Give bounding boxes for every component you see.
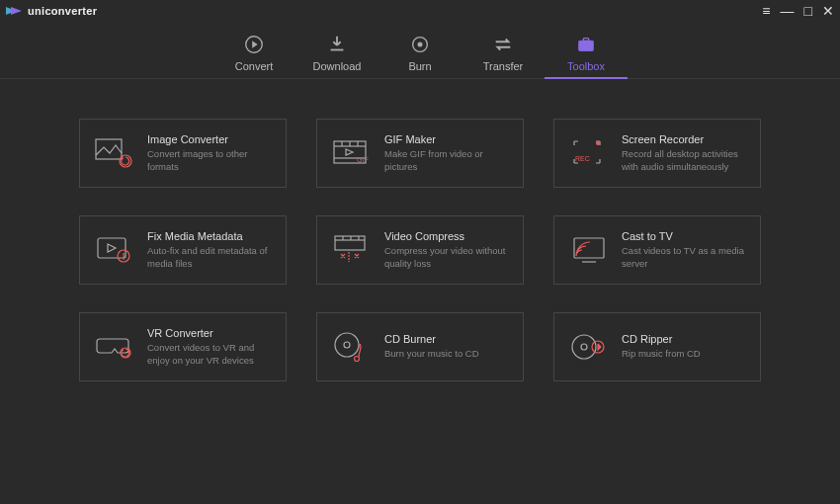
nav-transfer[interactable]: Transfer (462, 33, 545, 78)
burn-icon (409, 33, 431, 56)
tool-screen-recorder[interactable]: REC Screen Recorder Record all desktop a… (553, 119, 761, 188)
tool-desc: Convert images to other formats (147, 148, 272, 173)
svg-rect-7 (579, 41, 594, 50)
gif-maker-icon: GIF (331, 132, 373, 174)
transfer-icon (492, 33, 514, 56)
app-logo-icon (6, 5, 22, 17)
toolbox-panel: Image Converter Convert images to other … (0, 79, 840, 381)
close-button[interactable]: ✕ (822, 4, 834, 18)
svg-point-39 (355, 357, 360, 362)
svg-point-26 (123, 258, 125, 260)
svg-point-37 (335, 333, 359, 357)
tool-grid: Image Converter Convert images to other … (79, 119, 761, 381)
tool-text: VR Converter Convert videos to VR and en… (147, 327, 272, 367)
tool-title: Cast to TV (622, 230, 746, 242)
tool-text: CD Ripper Rip music from CD (622, 333, 746, 360)
tool-text: Image Converter Convert images to other … (147, 133, 272, 173)
tool-desc: Convert videos to VR and enjoy on your V… (147, 342, 272, 367)
tool-text: Video Compress Compress your video witho… (384, 230, 509, 270)
nav-label: Download (313, 60, 362, 72)
svg-point-20 (596, 141, 600, 145)
titlebar: uniconverter ≡ — □ ✕ (0, 0, 840, 22)
toolbox-icon (575, 33, 597, 56)
tool-gif-maker[interactable]: GIF GIF Maker Make GIF from video or pic… (316, 119, 524, 188)
svg-rect-8 (583, 39, 589, 42)
nav-burn[interactable]: Burn (378, 33, 462, 78)
svg-marker-18 (346, 149, 353, 155)
tool-title: CD Burner (384, 333, 509, 345)
nav-active-indicator (545, 77, 628, 79)
tool-desc: Burn your music to CD (384, 348, 509, 360)
tool-text: Fix Media Metadata Auto-fix and edit met… (147, 230, 272, 270)
nav-label: Convert (235, 60, 274, 72)
nav-label: Toolbox (567, 60, 605, 72)
svg-rect-27 (335, 236, 365, 250)
cd-ripper-icon (568, 326, 610, 368)
tool-desc: Make GIF from video or pictures (384, 148, 509, 173)
tool-video-compress[interactable]: Video Compress Compress your video witho… (316, 215, 524, 285)
tool-title: Fix Media Metadata (147, 230, 272, 242)
app-brand: uniconverter (6, 5, 97, 17)
vr-converter-icon (94, 326, 135, 368)
svg-rect-9 (96, 139, 122, 159)
tool-text: GIF Maker Make GIF from video or picture… (384, 133, 509, 173)
window-controls: ≡ — □ ✕ (762, 4, 834, 18)
nav-toolbox[interactable]: Toolbox (545, 33, 628, 78)
svg-text:REC: REC (575, 155, 590, 162)
tool-title: Video Compress (384, 230, 509, 242)
svg-text:GIF: GIF (357, 156, 369, 163)
svg-rect-4 (331, 49, 344, 51)
nav-label: Transfer (483, 60, 524, 72)
menu-icon[interactable]: ≡ (762, 4, 770, 18)
minimize-button[interactable]: — (781, 4, 795, 18)
app-name: uniconverter (28, 5, 97, 17)
tool-title: Image Converter (147, 133, 272, 145)
tool-vr-converter[interactable]: VR Converter Convert videos to VR and en… (79, 312, 287, 381)
video-compress-icon (331, 229, 373, 271)
nav-download[interactable]: Download (295, 33, 378, 78)
download-icon (326, 33, 348, 56)
screen-recorder-icon: REC (568, 132, 610, 174)
svg-marker-3 (252, 41, 257, 47)
svg-point-6 (418, 42, 422, 46)
svg-marker-1 (11, 7, 22, 15)
convert-icon (243, 33, 265, 56)
tool-fix-metadata[interactable]: Fix Media Metadata Auto-fix and edit met… (79, 215, 287, 285)
tool-desc: Record all desktop activities with audio… (622, 148, 746, 173)
nav-convert[interactable]: Convert (212, 33, 295, 78)
image-converter-icon (94, 132, 135, 174)
cast-to-tv-icon (568, 229, 610, 271)
main-nav: Convert Download Burn Transfer Toolbox (0, 22, 840, 79)
tool-desc: Cast videos to TV as a media server (622, 245, 746, 270)
svg-marker-23 (108, 244, 116, 252)
cd-burner-icon (331, 326, 373, 368)
svg-point-38 (344, 342, 350, 348)
tool-image-converter[interactable]: Image Converter Convert images to other … (79, 119, 287, 188)
tool-cast-to-tv[interactable]: Cast to TV Cast videos to TV as a media … (553, 215, 761, 285)
tool-title: VR Converter (147, 327, 272, 339)
svg-point-41 (581, 344, 587, 350)
maximize-button[interactable]: □ (804, 4, 812, 18)
tool-desc: Rip music from CD (622, 348, 746, 360)
tool-text: Cast to TV Cast videos to TV as a media … (622, 230, 746, 270)
nav-label: Burn (408, 60, 431, 72)
tool-title: Screen Recorder (622, 133, 746, 145)
tool-title: GIF Maker (384, 133, 509, 145)
tool-cd-ripper[interactable]: CD Ripper Rip music from CD (553, 312, 761, 381)
fix-metadata-icon (94, 229, 135, 271)
svg-rect-22 (98, 238, 126, 258)
tool-desc: Compress your video without quality loss (384, 245, 509, 270)
tool-text: CD Burner Burn your music to CD (384, 333, 509, 360)
tool-cd-burner[interactable]: CD Burner Burn your music to CD (316, 312, 524, 381)
tool-title: CD Ripper (622, 333, 746, 345)
tool-text: Screen Recorder Record all desktop activ… (622, 133, 746, 173)
tool-desc: Auto-fix and edit metadata of media file… (147, 245, 272, 270)
